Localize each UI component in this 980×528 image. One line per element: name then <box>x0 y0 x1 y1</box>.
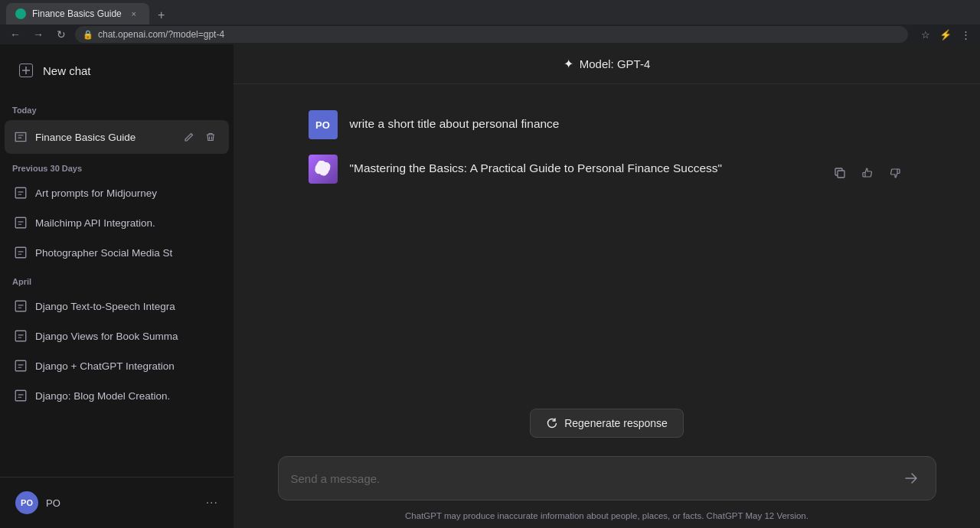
lock-icon: 🔒 <box>83 30 93 40</box>
address-text: chat.openai.com/?model=gpt-4 <box>98 29 224 40</box>
assistant-message-row: "Mastering the Basics: A Practical Guide… <box>263 147 952 191</box>
svg-rect-8 <box>15 360 26 371</box>
regenerate-area: Regenerate response <box>234 399 980 447</box>
extensions-icon[interactable]: ⚡ <box>937 26 954 43</box>
user-message-content: write a short title about personal finan… <box>350 110 906 139</box>
sidebar: New chat Today Finance Basics Guide <box>0 44 234 528</box>
chat-item-django-views-text: Django Views for Book Summa <box>35 331 220 342</box>
regenerate-button[interactable]: Regenerate response <box>530 409 684 438</box>
sparkle-icon: ✦ <box>564 57 573 71</box>
active-tab[interactable]: Finance Basics Guide × <box>6 3 149 24</box>
section-label-today: Today <box>0 96 234 119</box>
regenerate-label: Regenerate response <box>564 417 668 429</box>
back-button[interactable]: ← <box>6 25 24 44</box>
browser-actions: ☆ ⚡ ⋮ <box>917 26 974 43</box>
tab-favicon <box>15 8 26 19</box>
new-chat-icon <box>18 63 34 78</box>
chat-item-django-tts[interactable]: Django Text-to-Speech Integra <box>5 292 229 321</box>
svg-rect-10 <box>838 171 844 178</box>
section-label-april: April <box>0 268 234 291</box>
browser-chrome: Finance Basics Guide × + ← → ↻ 🔒 chat.op… <box>0 0 980 44</box>
chat-item-django-blog[interactable]: Django: Blog Model Creation. <box>5 381 229 410</box>
refresh-button[interactable]: ↻ <box>52 25 70 44</box>
chat-item-django-views[interactable]: Django Views for Book Summa <box>5 321 229 350</box>
copy-button[interactable] <box>829 162 851 184</box>
input-area <box>234 447 980 507</box>
chat-item-art-text: Art prompts for Midjourney <box>35 187 220 199</box>
send-button[interactable] <box>899 466 923 491</box>
user-message-row: PO write a short title about personal fi… <box>263 103 952 147</box>
svg-rect-6 <box>15 301 26 311</box>
address-bar[interactable]: 🔒 chat.openai.com/?model=gpt-4 <box>75 26 908 43</box>
chat-item-django-tts-text: Django Text-to-Speech Integra <box>35 301 220 312</box>
forward-button[interactable]: → <box>29 25 47 44</box>
chat-item-mailchimp-text: Mailchimp API Integration. <box>35 217 220 229</box>
menu-icon[interactable]: ⋮ <box>957 26 974 43</box>
chat-item-finance-actions <box>180 128 220 146</box>
input-box <box>278 456 936 500</box>
model-label: Model: GPT-4 <box>580 57 651 70</box>
main-content: ✦ Model: GPT-4 PO write a short title ab… <box>234 44 980 528</box>
svg-rect-3 <box>15 187 26 198</box>
tab-bar: Finance Basics Guide × + <box>0 0 980 24</box>
edit-chat-button[interactable] <box>180 128 198 146</box>
svg-rect-9 <box>15 390 26 401</box>
chat-item-photographer-text: Photographer Social Media St <box>35 247 220 259</box>
thumbs-down-button[interactable] <box>884 162 906 184</box>
new-chat-label: New chat <box>43 64 91 77</box>
svg-rect-4 <box>15 217 26 228</box>
assistant-message-text: "Mastering the Basics: A Practical Guide… <box>350 159 820 178</box>
thumbs-up-button[interactable] <box>857 162 878 184</box>
bookmarks-icon[interactable]: ☆ <box>917 26 934 43</box>
chat-item-art-prompts[interactable]: Art prompts for Midjourney <box>5 178 229 207</box>
model-badge: ✦ Model: GPT-4 <box>564 57 651 71</box>
more-options-icon[interactable]: ··· <box>206 496 218 510</box>
user-avatar: PO <box>15 491 38 514</box>
svg-rect-7 <box>15 331 26 341</box>
chat-item-photographer[interactable]: Photographer Social Media St <box>5 238 229 267</box>
address-bar-row: ← → ↻ 🔒 chat.openai.com/?model=gpt-4 ☆ ⚡… <box>0 24 980 44</box>
user-name-label: PO <box>46 497 198 509</box>
assistant-message-content: "Mastering the Basics: A Practical Guide… <box>350 155 906 184</box>
new-tab-button[interactable]: + <box>152 6 171 24</box>
svg-rect-5 <box>15 247 26 258</box>
section-label-prev30: Previous 30 Days <box>0 155 234 178</box>
chat-item-django-blog-text: Django: Blog Model Creation. <box>35 390 220 402</box>
tab-title: Finance Basics Guide <box>32 8 122 19</box>
delete-chat-button[interactable] <box>201 128 220 146</box>
chat-header: ✦ Model: GPT-4 <box>234 44 980 84</box>
chat-item-finance-text: Finance Basics Guide <box>35 132 172 143</box>
user-avatar: PO <box>309 110 338 139</box>
app-layout: New chat Today Finance Basics Guide <box>0 0 980 528</box>
tab-close-button[interactable]: × <box>128 8 140 20</box>
assistant-avatar <box>309 155 338 184</box>
new-chat-button[interactable]: New chat <box>6 51 227 90</box>
chat-item-mailchimp[interactable]: Mailchimp API Integration. <box>5 208 229 237</box>
chat-messages: PO write a short title about personal fi… <box>234 84 980 399</box>
message-actions <box>829 159 906 184</box>
assistant-text-area: "Mastering the Basics: A Practical Guide… <box>350 159 820 178</box>
sidebar-list: Today Finance Basics Guide <box>0 96 234 477</box>
chat-item-django-chatgpt[interactable]: Django + ChatGPT Integration <box>5 351 229 380</box>
message-input[interactable] <box>291 472 891 485</box>
user-profile-item[interactable]: PO PO ··· <box>6 484 227 522</box>
chat-item-django-chatgpt-text: Django + ChatGPT Integration <box>35 360 220 372</box>
chat-item-finance-basics[interactable]: Finance Basics Guide <box>5 120 229 154</box>
footer-text: ChatGPT may produce inaccurate informati… <box>390 507 824 528</box>
sidebar-bottom: PO PO ··· <box>0 477 234 528</box>
user-message-text: write a short title about personal finan… <box>350 115 906 134</box>
